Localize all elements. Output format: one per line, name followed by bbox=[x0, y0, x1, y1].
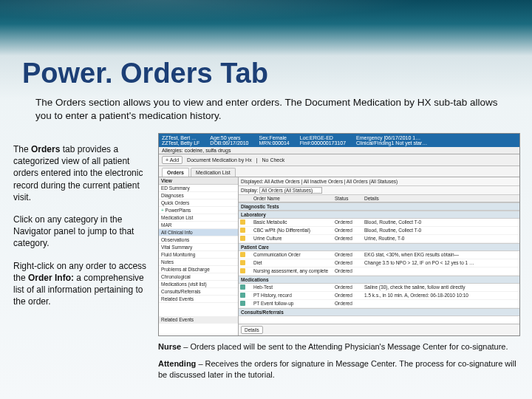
app-screenshot: ZZTest, Bert … ZZTest, Betty LF Age:50 y… bbox=[158, 133, 520, 336]
nav-item[interactable]: + PowerPlans bbox=[159, 207, 238, 214]
category-header: Laboratory bbox=[239, 211, 519, 219]
details-button[interactable]: Details bbox=[241, 326, 263, 334]
flag-icon bbox=[240, 268, 245, 273]
nav-item[interactable]: ED Summary bbox=[159, 185, 238, 192]
patient-dob: DOB:06/17/2010 bbox=[210, 140, 248, 146]
order-row[interactable]: PT History, record Ordered 1.5 k.s., in … bbox=[239, 292, 519, 300]
nav-header: View bbox=[159, 177, 238, 185]
column-headers: Order Name Status Details bbox=[239, 195, 519, 202]
patient-clin: Clinical/Finding1 Not yet star… bbox=[356, 140, 427, 146]
flag-icon bbox=[240, 260, 245, 265]
flag-icon bbox=[240, 219, 245, 225]
nav-item[interactable]: Diagnoses bbox=[159, 192, 238, 200]
page-title: Power. Orders Tab bbox=[22, 58, 268, 89]
tab-bar: Orders Medication List bbox=[159, 166, 519, 177]
patient-header: ZZTest, Bert … ZZTest, Betty LF Age:50 y… bbox=[159, 134, 519, 147]
nav-item[interactable]: Related Events bbox=[159, 296, 238, 303]
flag-icon bbox=[240, 228, 245, 233]
tab-orders[interactable]: Orders bbox=[162, 168, 189, 177]
patient-age: Age:50 years bbox=[210, 135, 248, 140]
category-header: Consults/Referrals bbox=[239, 308, 519, 316]
patient-sex: Sex:Female bbox=[259, 135, 290, 140]
patient-name2: ZZTest, Betty LF bbox=[162, 140, 200, 146]
patient-fin: Fin#:000000173107 bbox=[300, 140, 346, 146]
nav-item[interactable]: Fluid Monitoring bbox=[159, 251, 238, 259]
med-icon bbox=[240, 301, 245, 306]
category-header: Diagnostic Tests bbox=[239, 202, 519, 211]
nav-item[interactable]: Notes bbox=[159, 259, 238, 266]
order-row[interactable]: Nursing assessment, any complete Ordered bbox=[239, 267, 519, 276]
flag-icon bbox=[240, 236, 245, 241]
med-icon bbox=[240, 284, 245, 290]
nav-item[interactable]: Vital Summary bbox=[159, 244, 238, 251]
no-check-link[interactable]: No Check bbox=[262, 157, 284, 163]
order-row[interactable]: PT Event follow-up Ordered bbox=[239, 300, 519, 308]
display-filter-row: Displayed: All Active Orders | All Inact… bbox=[239, 177, 519, 186]
nav-item[interactable]: Medications (visit list) bbox=[159, 281, 238, 288]
order-row[interactable]: Basic Metabolic Ordered Blood, Routine, … bbox=[239, 219, 519, 227]
nav-item[interactable]: Chronological bbox=[159, 273, 238, 281]
patient-emerg: Emergency [06/17/2010 1… bbox=[356, 135, 427, 140]
page-subtitle: The Orders section allows you to view an… bbox=[35, 96, 510, 123]
category-header: Patient Care bbox=[239, 243, 519, 251]
display-select-row: Display: All Orders (All Statuses) bbox=[239, 186, 519, 195]
nav-item[interactable]: Medication List bbox=[159, 214, 238, 222]
med-icon bbox=[240, 293, 245, 298]
patient-name: ZZTest, Bert … bbox=[162, 135, 200, 140]
nav-item[interactable]: Problems at Discharge bbox=[159, 266, 238, 273]
nav-item[interactable]: All Clinical Info bbox=[159, 229, 238, 236]
display-select[interactable]: All Orders (All Statuses) bbox=[259, 187, 322, 194]
toolbar: + Add Document Medication by Hx | No Che… bbox=[159, 154, 519, 166]
patient-mrn: MRN:000014 bbox=[259, 140, 290, 146]
nav-item[interactable]: MAR bbox=[159, 222, 238, 229]
allergy-bar: Allergies: codeine, sulfa drugs bbox=[159, 147, 519, 154]
order-row[interactable]: CBC w/Plt (No Differential) Ordered Bloo… bbox=[239, 227, 519, 235]
order-row[interactable]: Communication Order Ordered EKG stat, <3… bbox=[239, 251, 519, 259]
nav-item[interactable]: Quick Orders bbox=[159, 200, 238, 207]
add-button[interactable]: + Add bbox=[162, 156, 183, 164]
order-panel: Displayed: All Active Orders | All Inact… bbox=[239, 177, 519, 335]
navigator-panel: View ED Summary Diagnoses Quick Orders +… bbox=[159, 177, 239, 335]
order-row[interactable]: Heb-Test Ordered Saline (30), check the … bbox=[239, 284, 519, 292]
patient-loc: Loc:ERGE-ED bbox=[300, 135, 346, 140]
left-description: The Orders tab provides a categorized vi… bbox=[13, 143, 152, 318]
tab-medlist[interactable]: Medication List bbox=[191, 168, 236, 177]
footnotes: Nurse – Orders placed will be sent to th… bbox=[158, 341, 520, 386]
related-events-btn[interactable]: Related Events bbox=[159, 316, 238, 324]
nav-item[interactable]: Observations bbox=[159, 236, 238, 244]
flag-icon bbox=[240, 252, 245, 257]
doc-med-link[interactable]: Document Medication by Hx bbox=[187, 157, 252, 163]
category-header: Medications bbox=[239, 276, 519, 284]
order-row[interactable]: Diet Ordered Change 3.5 to NPO > 12, IF … bbox=[239, 259, 519, 267]
nav-item[interactable]: Consults/Referrals bbox=[159, 288, 238, 296]
order-row[interactable]: Urine Culture Ordered Urine, Routine, T-… bbox=[239, 235, 519, 243]
bottom-buttons: Details bbox=[239, 324, 519, 335]
